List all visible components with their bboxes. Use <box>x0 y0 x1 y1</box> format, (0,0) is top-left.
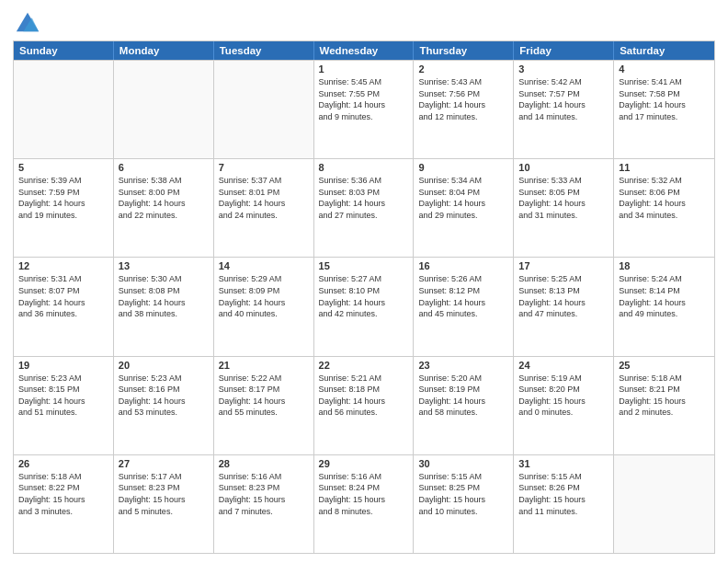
day-number: 18 <box>619 260 710 271</box>
day-number: 28 <box>219 458 309 469</box>
calendar-cell: 21Sunrise: 5:22 AM Sunset: 8:17 PM Dayli… <box>214 357 314 454</box>
day-number: 11 <box>619 162 710 173</box>
calendar-week-5: 26Sunrise: 5:18 AM Sunset: 8:22 PM Dayli… <box>14 454 714 553</box>
day-number: 17 <box>518 260 609 271</box>
calendar-cell: 29Sunrise: 5:16 AM Sunset: 8:24 PM Dayli… <box>314 455 415 553</box>
calendar-cell: 30Sunrise: 5:15 AM Sunset: 8:25 PM Dayli… <box>414 455 514 553</box>
day-number: 3 <box>518 63 609 75</box>
calendar-cell: 23Sunrise: 5:20 AM Sunset: 8:19 PM Dayli… <box>414 357 514 454</box>
calendar-cell: 20Sunrise: 5:23 AM Sunset: 8:16 PM Dayli… <box>114 357 214 454</box>
calendar-cell: 28Sunrise: 5:16 AM Sunset: 8:23 PM Dayli… <box>214 455 314 553</box>
calendar-cell: 10Sunrise: 5:33 AM Sunset: 8:05 PM Dayli… <box>514 159 614 257</box>
calendar-cell: 31Sunrise: 5:15 AM Sunset: 8:26 PM Dayli… <box>514 455 614 553</box>
calendar-cell: 25Sunrise: 5:18 AM Sunset: 8:21 PM Dayli… <box>614 357 714 454</box>
calendar-cell: 27Sunrise: 5:17 AM Sunset: 8:23 PM Dayli… <box>114 455 214 553</box>
day-info: Sunrise: 5:26 AM Sunset: 8:12 PM Dayligh… <box>418 273 508 319</box>
calendar-cell: 1Sunrise: 5:45 AM Sunset: 7:55 PM Daylig… <box>314 61 415 158</box>
calendar-cell <box>14 61 114 158</box>
day-number: 27 <box>119 458 209 469</box>
day-info: Sunrise: 5:24 AM Sunset: 8:14 PM Dayligh… <box>619 273 710 319</box>
weekday-header-wednesday: Wednesday <box>314 41 415 60</box>
day-info: Sunrise: 5:17 AM Sunset: 8:23 PM Dayligh… <box>119 471 209 517</box>
day-info: Sunrise: 5:38 AM Sunset: 8:00 PM Dayligh… <box>119 175 209 221</box>
calendar-cell: 24Sunrise: 5:19 AM Sunset: 8:20 PM Dayli… <box>514 357 614 454</box>
calendar-cell: 5Sunrise: 5:39 AM Sunset: 7:59 PM Daylig… <box>14 159 114 257</box>
calendar-cell: 11Sunrise: 5:32 AM Sunset: 8:06 PM Dayli… <box>614 159 714 257</box>
day-info: Sunrise: 5:18 AM Sunset: 8:21 PM Dayligh… <box>619 373 710 419</box>
day-number: 22 <box>319 360 409 371</box>
calendar-header-row: SundayMondayTuesdayWednesdayThursdayFrid… <box>14 41 714 60</box>
day-info: Sunrise: 5:22 AM Sunset: 8:17 PM Dayligh… <box>219 373 309 419</box>
calendar-cell: 4Sunrise: 5:41 AM Sunset: 7:58 PM Daylig… <box>614 61 714 158</box>
weekday-header-friday: Friday <box>514 41 614 60</box>
day-info: Sunrise: 5:31 AM Sunset: 8:07 PM Dayligh… <box>18 273 108 319</box>
day-number: 26 <box>18 458 108 469</box>
calendar-cell: 19Sunrise: 5:23 AM Sunset: 8:15 PM Dayli… <box>14 357 114 454</box>
calendar-cell: 22Sunrise: 5:21 AM Sunset: 8:18 PM Dayli… <box>314 357 415 454</box>
day-info: Sunrise: 5:45 AM Sunset: 7:55 PM Dayligh… <box>319 76 409 122</box>
calendar-cell <box>214 61 314 158</box>
weekday-header-thursday: Thursday <box>414 41 514 60</box>
weekday-header-saturday: Saturday <box>614 41 714 60</box>
calendar-cell <box>114 61 214 158</box>
day-info: Sunrise: 5:39 AM Sunset: 7:59 PM Dayligh… <box>18 175 108 221</box>
weekday-header-sunday: Sunday <box>14 41 114 60</box>
day-number: 15 <box>319 260 409 271</box>
day-number: 12 <box>18 260 108 271</box>
page: SundayMondayTuesdayWednesdayThursdayFrid… <box>0 0 728 563</box>
day-info: Sunrise: 5:30 AM Sunset: 8:08 PM Dayligh… <box>119 273 209 319</box>
day-number: 10 <box>518 162 609 173</box>
logo <box>13 9 40 35</box>
day-number: 25 <box>619 360 710 371</box>
day-number: 19 <box>18 360 108 371</box>
calendar: SundayMondayTuesdayWednesdayThursdayFrid… <box>13 40 715 554</box>
day-number: 7 <box>219 162 309 173</box>
day-info: Sunrise: 5:19 AM Sunset: 8:20 PM Dayligh… <box>518 373 609 419</box>
day-info: Sunrise: 5:41 AM Sunset: 7:58 PM Dayligh… <box>619 76 710 122</box>
day-info: Sunrise: 5:16 AM Sunset: 8:23 PM Dayligh… <box>219 471 309 517</box>
day-number: 2 <box>418 63 508 75</box>
day-info: Sunrise: 5:37 AM Sunset: 8:01 PM Dayligh… <box>219 175 309 221</box>
calendar-body: 1Sunrise: 5:45 AM Sunset: 7:55 PM Daylig… <box>14 60 714 553</box>
day-number: 16 <box>418 260 508 271</box>
day-info: Sunrise: 5:33 AM Sunset: 8:05 PM Dayligh… <box>518 175 609 221</box>
day-info: Sunrise: 5:15 AM Sunset: 8:26 PM Dayligh… <box>518 471 609 517</box>
day-info: Sunrise: 5:29 AM Sunset: 8:09 PM Dayligh… <box>219 273 309 319</box>
day-number: 8 <box>319 162 409 173</box>
calendar-cell: 3Sunrise: 5:42 AM Sunset: 7:57 PM Daylig… <box>514 61 614 158</box>
calendar-cell: 13Sunrise: 5:30 AM Sunset: 8:08 PM Dayli… <box>114 258 214 355</box>
day-info: Sunrise: 5:23 AM Sunset: 8:15 PM Dayligh… <box>18 373 108 419</box>
calendar-cell: 7Sunrise: 5:37 AM Sunset: 8:01 PM Daylig… <box>214 159 314 257</box>
day-number: 1 <box>319 63 409 75</box>
calendar-cell: 6Sunrise: 5:38 AM Sunset: 8:00 PM Daylig… <box>114 159 214 257</box>
day-info: Sunrise: 5:15 AM Sunset: 8:25 PM Dayligh… <box>418 471 508 517</box>
day-info: Sunrise: 5:36 AM Sunset: 8:03 PM Dayligh… <box>319 175 409 221</box>
day-number: 24 <box>518 360 609 371</box>
calendar-week-1: 1Sunrise: 5:45 AM Sunset: 7:55 PM Daylig… <box>14 60 714 158</box>
day-info: Sunrise: 5:43 AM Sunset: 7:56 PM Dayligh… <box>418 76 508 122</box>
calendar-week-3: 12Sunrise: 5:31 AM Sunset: 8:07 PM Dayli… <box>14 257 714 355</box>
day-number: 14 <box>219 260 309 271</box>
day-info: Sunrise: 5:25 AM Sunset: 8:13 PM Dayligh… <box>518 273 609 319</box>
day-info: Sunrise: 5:21 AM Sunset: 8:18 PM Dayligh… <box>319 373 409 419</box>
day-info: Sunrise: 5:42 AM Sunset: 7:57 PM Dayligh… <box>518 76 609 122</box>
day-info: Sunrise: 5:20 AM Sunset: 8:19 PM Dayligh… <box>418 373 508 419</box>
day-number: 9 <box>418 162 508 173</box>
day-info: Sunrise: 5:18 AM Sunset: 8:22 PM Dayligh… <box>18 471 108 517</box>
day-number: 23 <box>418 360 508 371</box>
day-number: 21 <box>219 360 309 371</box>
calendar-cell: 8Sunrise: 5:36 AM Sunset: 8:03 PM Daylig… <box>314 159 415 257</box>
calendar-cell: 17Sunrise: 5:25 AM Sunset: 8:13 PM Dayli… <box>514 258 614 355</box>
calendar-cell: 9Sunrise: 5:34 AM Sunset: 8:04 PM Daylig… <box>414 159 514 257</box>
weekday-header-tuesday: Tuesday <box>214 41 314 60</box>
calendar-cell: 26Sunrise: 5:18 AM Sunset: 8:22 PM Dayli… <box>14 455 114 553</box>
day-number: 13 <box>119 260 209 271</box>
calendar-week-4: 19Sunrise: 5:23 AM Sunset: 8:15 PM Dayli… <box>14 356 714 454</box>
calendar-cell: 12Sunrise: 5:31 AM Sunset: 8:07 PM Dayli… <box>14 258 114 355</box>
day-info: Sunrise: 5:27 AM Sunset: 8:10 PM Dayligh… <box>319 273 409 319</box>
day-number: 29 <box>319 458 409 469</box>
header <box>13 9 715 35</box>
day-number: 4 <box>619 63 710 75</box>
calendar-cell: 18Sunrise: 5:24 AM Sunset: 8:14 PM Dayli… <box>614 258 714 355</box>
weekday-header-monday: Monday <box>114 41 214 60</box>
